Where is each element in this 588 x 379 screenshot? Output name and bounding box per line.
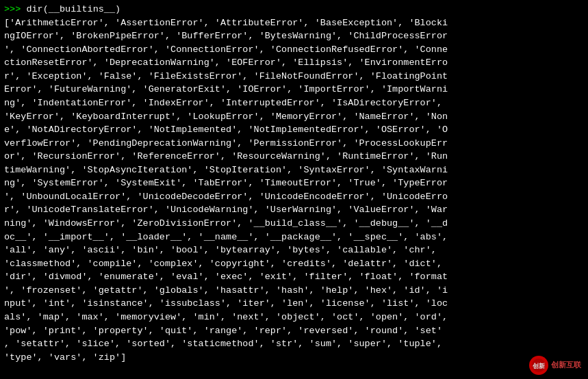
watermark-icon: 创新 (531, 358, 546, 373)
svg-text:创新: 创新 (532, 362, 546, 369)
output-line-15: r', 'UnicodeTranslateError', 'UnicodeWar… (4, 203, 584, 217)
output-line-19: 'classmethod', 'compile', 'complex', 'co… (4, 257, 584, 271)
output-line-20: 'dir', 'divmod', 'enumerate', 'eval', 'e… (4, 270, 584, 284)
output-line-4: ctionResetError', 'DeprecationWarning', … (4, 56, 584, 70)
watermark: 创新 创新互联 (529, 356, 581, 375)
output-line-25: , 'setattr', 'slice', 'sorted', 'staticm… (4, 337, 584, 351)
output-line-23: als', 'map', 'max', 'memoryview', 'min',… (4, 311, 584, 324)
output-line-14: ', 'UnboundLocalError', 'UnicodeDecodeEr… (4, 190, 584, 204)
output-line-26: 'type', 'vars', 'zip'] (4, 351, 584, 365)
prompt-arrow: >>> (4, 4, 21, 14)
output-line-24: 'pow', 'print', 'property', 'quit', 'ran… (4, 324, 584, 338)
output-line-17: oc__', '__import__', '__loader__', '__na… (4, 231, 584, 244)
output-line-6: Error', 'FutureWarning', 'GeneratorExit'… (4, 83, 584, 96)
output-line-16: ning', 'WindowsError', 'ZeroDivisionErro… (4, 217, 584, 231)
output-line-13: ng', 'SystemError', 'SystemExit', 'TabEr… (4, 177, 584, 190)
output-line-18: 'all', 'any', 'ascii', 'bin', 'bool', 'b… (4, 244, 584, 257)
terminal-window: >>> dir(__builtins__) ['ArithmeticError'… (0, 0, 588, 379)
output-line-7: ng', 'IndentationError', 'IndexError', '… (4, 96, 584, 110)
final-prompt-line[interactable]: >>> (4, 364, 584, 379)
command-text: dir(__builtins__) (21, 4, 120, 14)
output-line-22: nput', 'int', 'isinstance', 'issubclass'… (4, 297, 584, 311)
command-line: >>> dir(__builtins__) (4, 3, 584, 16)
output-line-21: ', 'frozenset', 'getattr', 'globals', 'h… (4, 284, 584, 298)
output-line-2: ngIOError', 'BrokenPipeError', 'BufferEr… (4, 29, 584, 43)
output-line-3: ', 'ConnectionAbortedError', 'Connection… (4, 43, 584, 57)
output-line-12: timeWarning', 'StopAsyncIteration', 'Sto… (4, 164, 584, 177)
output-line-5: r', 'Exception', 'False', 'FileExistsErr… (4, 70, 584, 83)
watermark-label: 创新互联 (551, 360, 581, 371)
output-line-11: or', 'RecursionError', 'ReferenceError',… (4, 150, 584, 164)
output-line-9: e', 'NotADirectoryError', 'NotImplemente… (4, 123, 584, 137)
output-line-1: ['ArithmeticError', 'AssertionError', 'A… (4, 16, 584, 30)
output-line-8: 'KeyError', 'KeyboardInterrupt', 'Lookup… (4, 110, 584, 124)
output-line-10: verflowError', 'PendingDeprecationWarnin… (4, 137, 584, 151)
watermark-logo: 创新 (529, 356, 548, 375)
